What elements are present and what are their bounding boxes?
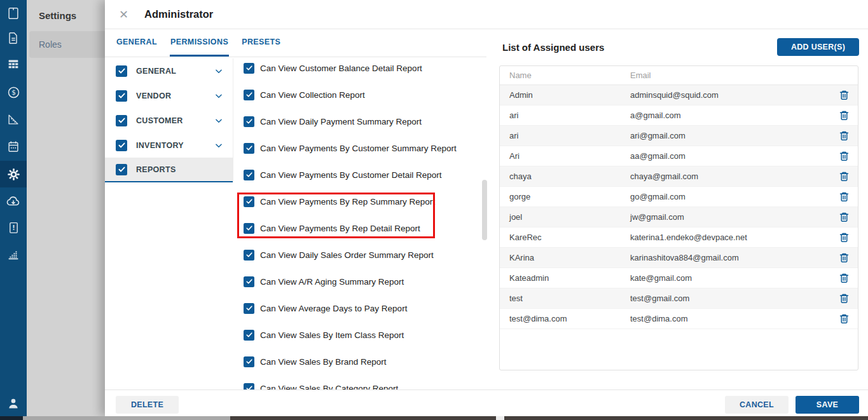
category-row[interactable]: GENERAL <box>105 58 233 83</box>
checkbox-checked[interactable] <box>244 276 254 287</box>
permission-label: Can View Collection Report <box>260 90 365 100</box>
close-icon[interactable]: ✕ <box>119 9 128 20</box>
checkbox-checked[interactable] <box>116 65 127 77</box>
assigned-users-title: List of Assigned users <box>502 42 604 53</box>
permission-row: Can View Payments By Customer Summary Re… <box>233 135 474 161</box>
user-email: adminsquid@squid.com <box>630 90 719 100</box>
user-row: gorge go@gmail.com <box>500 187 858 207</box>
cancel-button[interactable]: CANCEL <box>725 396 789 414</box>
user-row: Ari aa@gmail.com <box>500 146 858 166</box>
tab[interactable]: PERMISSIONS <box>170 29 229 57</box>
user-email: aa@gmail.com <box>630 151 685 161</box>
permission-row: Can View Customer Balance Detail Report <box>233 55 474 81</box>
user-name: joel <box>509 212 522 222</box>
permission-row: Can View Payments By Rep Detail Report <box>233 215 474 241</box>
tab[interactable]: GENERAL <box>116 29 158 57</box>
settings-item-roles[interactable]: Roles <box>29 31 105 58</box>
user-name: gorge <box>509 192 530 201</box>
delete-user-icon[interactable] <box>838 191 850 203</box>
table-icon <box>6 57 20 71</box>
checkbox-checked[interactable] <box>244 116 254 127</box>
user-row: KArina karinashitova884@gmail.com <box>500 248 858 268</box>
checkbox-checked[interactable] <box>244 303 254 314</box>
sidebar-item-calendar[interactable] <box>0 133 27 160</box>
checkbox-checked[interactable] <box>116 115 127 126</box>
delete-user-icon[interactable] <box>838 170 850 182</box>
checkbox-checked[interactable] <box>244 196 254 207</box>
checkbox-checked[interactable] <box>244 223 254 234</box>
category-row[interactable]: REPORTS <box>105 158 233 182</box>
delete-user-icon[interactable] <box>838 89 850 101</box>
delete-user-icon[interactable] <box>838 252 850 264</box>
column-header-name: Name <box>509 71 532 80</box>
checkbox-checked[interactable] <box>244 330 254 341</box>
permission-label: Can View Sales By Category Report <box>260 384 398 390</box>
checkbox-checked[interactable] <box>244 170 254 180</box>
checkbox-checked[interactable] <box>244 63 254 74</box>
sidebar-item-account[interactable] <box>0 390 27 417</box>
sidebar-item-document[interactable] <box>0 25 27 51</box>
permission-label: Can View Sales By Brand Report <box>260 357 387 367</box>
delete-user-icon[interactable] <box>838 211 850 223</box>
delete-user-icon[interactable] <box>838 272 850 284</box>
check-icon <box>118 116 126 125</box>
chevron-down-icon[interactable] <box>214 91 223 100</box>
permission-label: Can View Payments By Customer Detail Rep… <box>260 170 442 180</box>
sidebar-item-sync[interactable] <box>0 188 27 215</box>
sidebar-item-sales[interactable]: $ <box>0 79 27 105</box>
scrollbar-thumb[interactable] <box>482 180 487 240</box>
permission-label: Can View Average Days to Pay Report <box>260 304 407 313</box>
user-row: KareRec katerina1.endeko@devpace.net <box>500 227 858 248</box>
user-row: chaya chaya@gmail.com <box>500 166 858 187</box>
delete-user-icon[interactable] <box>838 313 850 325</box>
checkbox-checked[interactable] <box>244 90 254 100</box>
checkbox-checked[interactable] <box>116 140 127 151</box>
permission-row: Can View Daily Sales Order Summary Repor… <box>233 241 474 268</box>
checkbox-checked[interactable] <box>244 383 254 390</box>
checkbox-checked[interactable] <box>244 250 254 261</box>
category-row[interactable]: VENDOR <box>105 83 233 108</box>
sidebar-item-measure[interactable] <box>0 106 27 133</box>
chevron-down-icon[interactable] <box>214 67 223 76</box>
checkbox-checked[interactable] <box>244 356 254 367</box>
delete-user-icon[interactable] <box>838 150 850 162</box>
category-label: VENDOR <box>136 91 171 100</box>
permission-label: Can View Payments By Rep Summary Report <box>260 197 435 207</box>
category-row[interactable]: CUSTOMER <box>105 108 233 133</box>
delete-user-icon[interactable] <box>838 292 850 304</box>
permission-row: Can View Collection Report <box>233 81 474 108</box>
settings-panel-title: Settings <box>27 0 105 21</box>
user-name: Kateadmin <box>509 273 549 283</box>
category-label: CUSTOMER <box>136 116 183 125</box>
user-row: Kateadmin kate@gmail.com <box>500 268 858 288</box>
add-users-button[interactable]: ADD USER(S) <box>777 38 859 56</box>
save-button[interactable]: SAVE <box>796 396 859 414</box>
settings-panel: Settings Roles <box>27 0 105 416</box>
sidebar-item-reports[interactable] <box>0 241 27 268</box>
delete-user-icon[interactable] <box>838 130 850 142</box>
svg-text:!: ! <box>12 224 15 231</box>
category-row[interactable]: INVENTORY <box>105 133 233 158</box>
permission-row: Can View Sales By Item Class Report <box>233 322 474 348</box>
delete-user-icon[interactable] <box>838 231 850 243</box>
checkbox-checked[interactable] <box>116 164 127 175</box>
permission-row: Can View A/R Aging Summary Report <box>233 268 474 295</box>
user-email: katerina1.endeko@devpace.net <box>630 233 747 242</box>
sidebar-item-table[interactable] <box>0 51 27 78</box>
permission-label: Can View Payments By Customer Summary Re… <box>260 144 457 153</box>
chevron-down-icon[interactable] <box>214 116 223 125</box>
chevron-down-icon[interactable] <box>214 141 223 150</box>
tab-label: GENERAL <box>116 37 157 46</box>
user-email: jw@gmail.com <box>630 212 684 222</box>
user-row: test test@gmail.com <box>500 288 858 309</box>
checkbox-checked[interactable] <box>244 143 254 154</box>
checkbox-checked[interactable] <box>116 90 127 102</box>
sidebar-item-package[interactable] <box>0 0 27 27</box>
delete-user-icon[interactable] <box>838 109 850 121</box>
tab[interactable]: PRESETS <box>241 29 281 57</box>
dialog-header: ✕ Administrator <box>105 0 868 29</box>
category-list: GENERAL VENDOR <box>105 58 233 182</box>
sidebar-item-alerts[interactable]: ! <box>0 214 27 241</box>
sidebar-item-settings[interactable] <box>0 161 27 187</box>
delete-button[interactable]: DELETE <box>116 396 179 414</box>
